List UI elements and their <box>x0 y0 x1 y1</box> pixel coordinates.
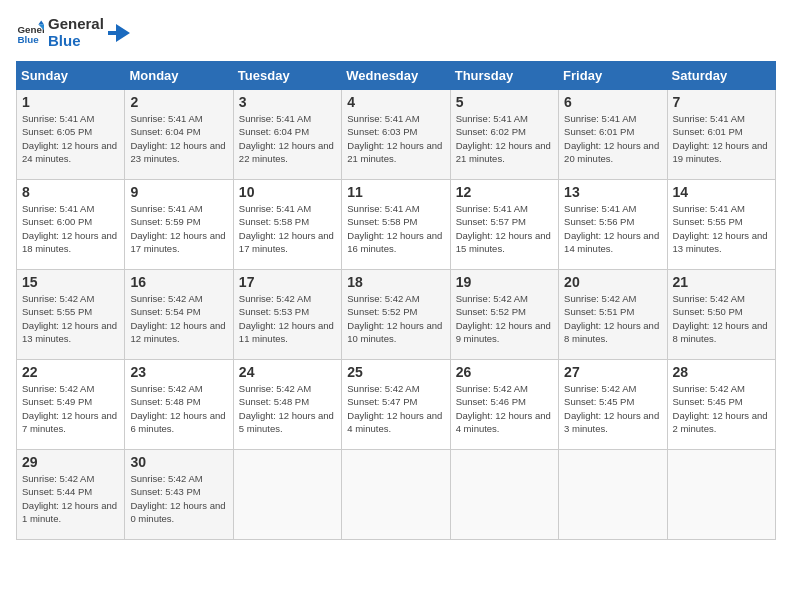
day-number: 26 <box>456 364 553 380</box>
day-info: Sunrise: 5:42 AMSunset: 5:51 PMDaylight:… <box>564 293 659 344</box>
day-number: 15 <box>22 274 119 290</box>
weekday-header-wednesday: Wednesday <box>342 62 450 90</box>
calendar-cell: 14 Sunrise: 5:41 AMSunset: 5:55 PMDaylig… <box>667 180 775 270</box>
day-info: Sunrise: 5:42 AMSunset: 5:54 PMDaylight:… <box>130 293 225 344</box>
calendar-cell: 2 Sunrise: 5:41 AMSunset: 6:04 PMDayligh… <box>125 90 233 180</box>
calendar-cell: 10 Sunrise: 5:41 AMSunset: 5:58 PMDaylig… <box>233 180 341 270</box>
calendar-cell: 30 Sunrise: 5:42 AMSunset: 5:43 PMDaylig… <box>125 450 233 540</box>
day-info: Sunrise: 5:42 AMSunset: 5:48 PMDaylight:… <box>130 383 225 434</box>
day-info: Sunrise: 5:41 AMSunset: 6:03 PMDaylight:… <box>347 113 442 164</box>
page-header: General Blue General Blue <box>16 16 776 49</box>
day-info: Sunrise: 5:42 AMSunset: 5:45 PMDaylight:… <box>673 383 768 434</box>
calendar-week-row: 29 Sunrise: 5:42 AMSunset: 5:44 PMDaylig… <box>17 450 776 540</box>
day-info: Sunrise: 5:42 AMSunset: 5:49 PMDaylight:… <box>22 383 117 434</box>
calendar-cell: 24 Sunrise: 5:42 AMSunset: 5:48 PMDaylig… <box>233 360 341 450</box>
calendar-cell: 23 Sunrise: 5:42 AMSunset: 5:48 PMDaylig… <box>125 360 233 450</box>
day-number: 24 <box>239 364 336 380</box>
logo-icon: General Blue <box>16 19 44 47</box>
calendar-cell: 8 Sunrise: 5:41 AMSunset: 6:00 PMDayligh… <box>17 180 125 270</box>
day-info: Sunrise: 5:41 AMSunset: 6:01 PMDaylight:… <box>673 113 768 164</box>
day-number: 2 <box>130 94 227 110</box>
day-info: Sunrise: 5:42 AMSunset: 5:44 PMDaylight:… <box>22 473 117 524</box>
weekday-header-sunday: Sunday <box>17 62 125 90</box>
calendar-cell: 19 Sunrise: 5:42 AMSunset: 5:52 PMDaylig… <box>450 270 558 360</box>
calendar-cell: 17 Sunrise: 5:42 AMSunset: 5:53 PMDaylig… <box>233 270 341 360</box>
day-number: 13 <box>564 184 661 200</box>
day-info: Sunrise: 5:41 AMSunset: 6:02 PMDaylight:… <box>456 113 551 164</box>
day-number: 17 <box>239 274 336 290</box>
day-number: 20 <box>564 274 661 290</box>
weekday-header-saturday: Saturday <box>667 62 775 90</box>
calendar-cell <box>342 450 450 540</box>
calendar-cell: 13 Sunrise: 5:41 AMSunset: 5:56 PMDaylig… <box>559 180 667 270</box>
calendar-cell: 6 Sunrise: 5:41 AMSunset: 6:01 PMDayligh… <box>559 90 667 180</box>
calendar-week-row: 22 Sunrise: 5:42 AMSunset: 5:49 PMDaylig… <box>17 360 776 450</box>
day-info: Sunrise: 5:41 AMSunset: 6:05 PMDaylight:… <box>22 113 117 164</box>
day-info: Sunrise: 5:42 AMSunset: 5:55 PMDaylight:… <box>22 293 117 344</box>
day-info: Sunrise: 5:41 AMSunset: 6:01 PMDaylight:… <box>564 113 659 164</box>
svg-text:Blue: Blue <box>17 33 39 44</box>
calendar-cell: 26 Sunrise: 5:42 AMSunset: 5:46 PMDaylig… <box>450 360 558 450</box>
day-number: 27 <box>564 364 661 380</box>
day-number: 23 <box>130 364 227 380</box>
day-number: 18 <box>347 274 444 290</box>
day-info: Sunrise: 5:42 AMSunset: 5:48 PMDaylight:… <box>239 383 334 434</box>
day-number: 6 <box>564 94 661 110</box>
weekday-header-monday: Monday <box>125 62 233 90</box>
day-info: Sunrise: 5:41 AMSunset: 5:58 PMDaylight:… <box>239 203 334 254</box>
day-info: Sunrise: 5:41 AMSunset: 5:59 PMDaylight:… <box>130 203 225 254</box>
day-info: Sunrise: 5:41 AMSunset: 5:58 PMDaylight:… <box>347 203 442 254</box>
day-info: Sunrise: 5:42 AMSunset: 5:53 PMDaylight:… <box>239 293 334 344</box>
weekday-header-row: SundayMondayTuesdayWednesdayThursdayFrid… <box>17 62 776 90</box>
day-number: 5 <box>456 94 553 110</box>
day-number: 28 <box>673 364 770 380</box>
weekday-header-tuesday: Tuesday <box>233 62 341 90</box>
calendar-cell: 18 Sunrise: 5:42 AMSunset: 5:52 PMDaylig… <box>342 270 450 360</box>
day-number: 14 <box>673 184 770 200</box>
day-number: 7 <box>673 94 770 110</box>
calendar-cell <box>559 450 667 540</box>
day-number: 25 <box>347 364 444 380</box>
calendar-cell: 29 Sunrise: 5:42 AMSunset: 5:44 PMDaylig… <box>17 450 125 540</box>
day-number: 1 <box>22 94 119 110</box>
day-number: 8 <box>22 184 119 200</box>
calendar-cell: 5 Sunrise: 5:41 AMSunset: 6:02 PMDayligh… <box>450 90 558 180</box>
calendar-cell: 9 Sunrise: 5:41 AMSunset: 5:59 PMDayligh… <box>125 180 233 270</box>
day-info: Sunrise: 5:42 AMSunset: 5:52 PMDaylight:… <box>456 293 551 344</box>
calendar-cell: 25 Sunrise: 5:42 AMSunset: 5:47 PMDaylig… <box>342 360 450 450</box>
calendar-cell: 22 Sunrise: 5:42 AMSunset: 5:49 PMDaylig… <box>17 360 125 450</box>
day-info: Sunrise: 5:41 AMSunset: 5:55 PMDaylight:… <box>673 203 768 254</box>
calendar-cell: 20 Sunrise: 5:42 AMSunset: 5:51 PMDaylig… <box>559 270 667 360</box>
weekday-header-thursday: Thursday <box>450 62 558 90</box>
calendar-week-row: 8 Sunrise: 5:41 AMSunset: 6:00 PMDayligh… <box>17 180 776 270</box>
day-number: 12 <box>456 184 553 200</box>
calendar-cell: 11 Sunrise: 5:41 AMSunset: 5:58 PMDaylig… <box>342 180 450 270</box>
day-info: Sunrise: 5:41 AMSunset: 6:00 PMDaylight:… <box>22 203 117 254</box>
calendar-week-row: 1 Sunrise: 5:41 AMSunset: 6:05 PMDayligh… <box>17 90 776 180</box>
calendar-cell <box>450 450 558 540</box>
calendar-cell: 16 Sunrise: 5:42 AMSunset: 5:54 PMDaylig… <box>125 270 233 360</box>
day-info: Sunrise: 5:41 AMSunset: 5:57 PMDaylight:… <box>456 203 551 254</box>
calendar-cell: 21 Sunrise: 5:42 AMSunset: 5:50 PMDaylig… <box>667 270 775 360</box>
day-info: Sunrise: 5:42 AMSunset: 5:50 PMDaylight:… <box>673 293 768 344</box>
day-info: Sunrise: 5:42 AMSunset: 5:45 PMDaylight:… <box>564 383 659 434</box>
day-number: 16 <box>130 274 227 290</box>
calendar-cell: 3 Sunrise: 5:41 AMSunset: 6:04 PMDayligh… <box>233 90 341 180</box>
day-number: 19 <box>456 274 553 290</box>
calendar-cell: 4 Sunrise: 5:41 AMSunset: 6:03 PMDayligh… <box>342 90 450 180</box>
day-info: Sunrise: 5:42 AMSunset: 5:52 PMDaylight:… <box>347 293 442 344</box>
day-number: 10 <box>239 184 336 200</box>
day-info: Sunrise: 5:42 AMSunset: 5:46 PMDaylight:… <box>456 383 551 434</box>
calendar-cell <box>233 450 341 540</box>
day-number: 29 <box>22 454 119 470</box>
day-info: Sunrise: 5:41 AMSunset: 6:04 PMDaylight:… <box>130 113 225 164</box>
day-number: 3 <box>239 94 336 110</box>
weekday-header-friday: Friday <box>559 62 667 90</box>
day-number: 22 <box>22 364 119 380</box>
svg-marker-4 <box>108 24 130 42</box>
calendar-cell: 15 Sunrise: 5:42 AMSunset: 5:55 PMDaylig… <box>17 270 125 360</box>
logo-arrow-icon <box>108 22 130 44</box>
calendar-cell: 28 Sunrise: 5:42 AMSunset: 5:45 PMDaylig… <box>667 360 775 450</box>
calendar-cell: 27 Sunrise: 5:42 AMSunset: 5:45 PMDaylig… <box>559 360 667 450</box>
day-number: 21 <box>673 274 770 290</box>
